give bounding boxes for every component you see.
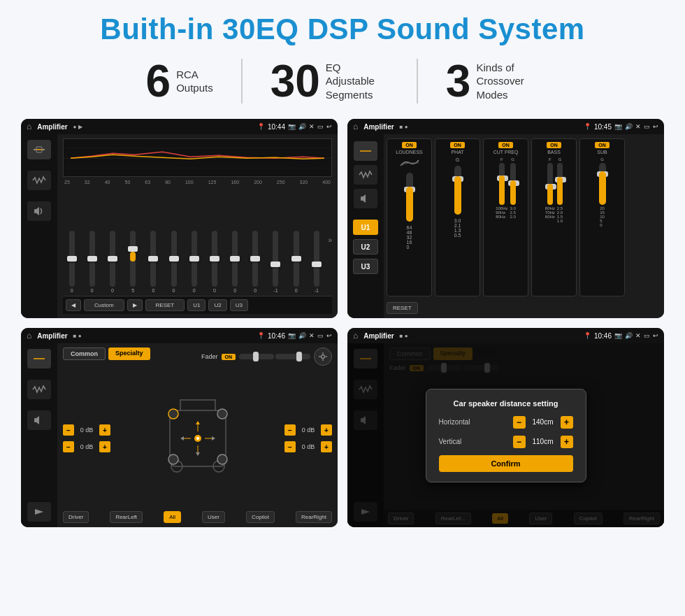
db-plus-1[interactable]: + <box>99 424 110 436</box>
x-icon-2: ✕ <box>635 123 641 130</box>
cross-filter-icon[interactable] <box>354 141 377 161</box>
status-title-4: Amplifier <box>363 332 394 340</box>
bottom-buttons: Driver RearLeft All User Copilot RearRig… <box>63 511 332 523</box>
horizontal-value: 140cm <box>529 418 557 426</box>
db-val-1: 0 dB <box>77 427 96 434</box>
db-minus-2[interactable]: − <box>63 441 74 452</box>
db-plus-3[interactable]: + <box>321 424 332 436</box>
cutfreq-label: CUT FREQ <box>493 150 519 155</box>
u2-select-btn[interactable]: U2 <box>353 239 378 255</box>
tab-specialty[interactable]: Specialty <box>108 348 150 360</box>
svg-marker-16 <box>35 509 43 515</box>
db-minus-4[interactable]: − <box>284 441 296 452</box>
svg-point-28 <box>217 454 227 464</box>
more-icon[interactable]: » <box>328 236 332 244</box>
driver-btn[interactable]: Driver <box>63 511 89 523</box>
eq-graph <box>63 138 332 177</box>
u1-select-btn[interactable]: U1 <box>353 220 378 235</box>
cutfreq-f-label: F <box>496 157 507 162</box>
x-icon-1: ✕ <box>309 123 315 130</box>
tab-common[interactable]: Common <box>63 348 106 360</box>
module-cutfreq: ON CUT FREQ F 100 <box>483 138 528 296</box>
confirm-button[interactable]: Confirm <box>439 455 573 472</box>
db-val-3: 0 dB <box>298 427 318 434</box>
fader-slider-1[interactable] <box>239 354 274 359</box>
home-icon-3: ⌂ <box>27 331 31 341</box>
svg-marker-38 <box>212 436 215 440</box>
cross-wave-icon[interactable] <box>354 165 377 185</box>
module-bass: ON BASS F 80Hz70H <box>531 138 577 296</box>
fader-wave-icon[interactable] <box>27 380 51 399</box>
u3-select-btn[interactable]: U3 <box>353 259 378 274</box>
eq-wave-icon[interactable] <box>27 171 51 190</box>
vertical-minus-btn[interactable]: − <box>513 436 526 448</box>
car-diagram <box>116 370 279 507</box>
phat-slider[interactable] <box>454 166 461 215</box>
rearright-btn[interactable]: RearRight <box>296 511 332 523</box>
eq-filter-icon[interactable] <box>27 140 51 159</box>
eq-slider-4: 5 <box>124 231 142 293</box>
eq-speaker-icon[interactable] <box>27 201 51 221</box>
loudness-on-badge[interactable]: ON <box>402 142 417 148</box>
all-btn[interactable]: All <box>164 511 181 523</box>
phat-scale-top: G <box>456 157 459 162</box>
fader-control-row: Fader ON <box>201 348 332 366</box>
screens-grid: ⌂ Amplifier ● ▶ 📍 10:44 📷 🔊 ✕ ▭ ↩ <box>21 119 664 527</box>
cutfreq-g-label: G <box>510 157 516 162</box>
db-minus-3[interactable]: − <box>284 424 296 436</box>
home-icon-2: ⌂ <box>353 122 358 131</box>
rearleft-btn[interactable]: RearLeft <box>110 511 143 523</box>
phat-on-badge[interactable]: ON <box>450 142 465 148</box>
rect-icon-3: ▭ <box>317 332 324 339</box>
status-title-2: Amplifier <box>363 123 394 131</box>
eq-slider-3: 0 <box>103 231 121 293</box>
bass-f-slider[interactable] <box>547 163 553 205</box>
settings-icon[interactable] <box>314 348 332 366</box>
back-icon-2: ↩ <box>653 123 658 130</box>
bass-g-slider[interactable] <box>557 163 563 205</box>
vertical-stepper: − 110cm + <box>513 436 573 448</box>
cross-reset-btn[interactable]: RESET <box>387 302 418 314</box>
db-minus-1[interactable]: − <box>63 424 74 436</box>
fader-slider-2[interactable] <box>275 354 310 359</box>
horizontal-minus-btn[interactable]: − <box>513 416 526 429</box>
cutfreq-f-slider[interactable] <box>499 163 505 205</box>
cross-modules: ON LOUDNESS 644832160 <box>387 138 661 296</box>
fader-main: − 0 dB + − 0 dB + <box>63 370 332 507</box>
db-plus-4[interactable]: + <box>321 441 332 452</box>
fader-filter-icon[interactable] <box>27 349 51 368</box>
prev-btn[interactable]: ◀ <box>66 299 81 311</box>
user-btn[interactable]: User <box>202 511 225 523</box>
u1-btn[interactable]: U1 <box>187 299 206 311</box>
page-title: Buith-in 30EQ DSP Sound System <box>21 13 664 46</box>
back-icon-4: ↩ <box>653 332 658 339</box>
sub-slider[interactable] <box>599 163 606 205</box>
cross-speaker-icon[interactable] <box>354 189 377 208</box>
vertical-plus-btn[interactable]: + <box>561 436 573 448</box>
status-right-2: 📍 10:45 📷 🔊 ✕ ▭ ↩ <box>584 123 658 131</box>
copilot-btn[interactable]: Copilot <box>246 511 275 523</box>
fader-h-sliders <box>239 354 310 359</box>
db-plus-2[interactable]: + <box>99 441 110 452</box>
fader-speaker-icon[interactable] <box>27 410 51 430</box>
stat-crossover-number: 3 <box>446 59 471 103</box>
sub-on-badge[interactable]: ON <box>595 142 610 148</box>
bass-on-badge[interactable]: ON <box>547 142 561 148</box>
eq-left-panel <box>21 134 57 318</box>
horizontal-plus-btn[interactable]: + <box>561 416 573 429</box>
module-phat: ON PHAT G 3.02.11.30.5 <box>435 138 480 296</box>
stat-eq-number: 30 <box>271 59 320 103</box>
cutfreq-on-badge[interactable]: ON <box>498 142 513 148</box>
reset-btn[interactable]: RESET <box>145 299 185 311</box>
fader-arrow-icon[interactable] <box>27 502 51 522</box>
cutfreq-g-scale: 3.02.52.0 <box>510 206 516 219</box>
cutfreq-g-slider[interactable] <box>510 163 516 205</box>
u3-btn[interactable]: U3 <box>230 299 248 311</box>
loudness-slider[interactable] <box>406 173 413 222</box>
u2-btn[interactable]: U2 <box>208 299 226 311</box>
custom-btn[interactable]: Custom <box>84 299 124 311</box>
db-control-2: − 0 dB + <box>63 441 110 452</box>
camera-icon-2: 📷 <box>614 123 622 130</box>
play-btn[interactable]: ▶ <box>127 299 143 311</box>
fader-on-badge[interactable]: ON <box>222 354 236 360</box>
